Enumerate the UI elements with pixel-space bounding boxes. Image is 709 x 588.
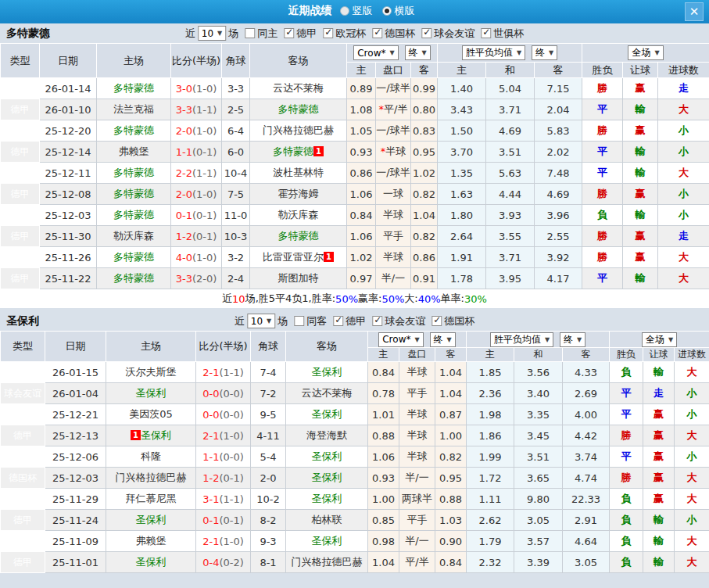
- horizontal-layout-radio[interactable]: [382, 6, 392, 16]
- league-checkbox[interactable]: [372, 316, 382, 326]
- team-name: 多特蒙德: [113, 124, 154, 136]
- away-team-cell: 圣保利: [286, 489, 368, 510]
- goals-result-cell: 大: [675, 531, 709, 552]
- avg-draw-cell: 3.51: [514, 446, 563, 468]
- chevron-down-icon: ▼: [422, 49, 427, 56]
- league-checkbox[interactable]: [323, 28, 333, 38]
- same-venue-checkbox[interactable]: [245, 28, 255, 38]
- league-label[interactable]: 德国杯: [385, 27, 415, 41]
- team-name: 沃尔夫斯堡: [126, 366, 177, 378]
- home-team-cell: 多特蒙德: [97, 205, 171, 226]
- team-name: 弗赖堡: [119, 145, 149, 157]
- corners-cell: 6-4: [222, 120, 250, 142]
- corners-cell: 10-3: [222, 226, 250, 247]
- league-label[interactable]: 球会友谊: [434, 27, 474, 41]
- avg-home-cell: 1.50: [438, 120, 486, 142]
- crow-away-odds-cell: 0.82: [435, 446, 467, 468]
- goals-result-cell: 大: [675, 489, 709, 510]
- period-select[interactable]: 全场▼: [628, 45, 663, 60]
- league-label[interactable]: 欧冠杯: [335, 27, 366, 41]
- home-team-cell: 多特蒙德: [97, 78, 171, 99]
- avg-draw-cell: 5.04: [486, 78, 535, 99]
- match-row: 欧冠杯25-11-26多特蒙德4-0(1-0)3-2比雷亚雷亚尔11.02半球0…: [1, 247, 709, 268]
- result-group-header: 全场▼: [610, 332, 709, 348]
- league-label[interactable]: 德国杯: [444, 314, 474, 328]
- league-checkbox[interactable]: [372, 28, 382, 38]
- date-cell: 25-12-11: [40, 163, 97, 184]
- match-count-select[interactable]: 10▼: [247, 314, 275, 328]
- crow-home-odds-cell: 1.00: [368, 489, 399, 510]
- col-away: 客场: [286, 332, 368, 362]
- date-cell: 25-11-24: [45, 510, 106, 531]
- date-cell: 25-11-30: [40, 226, 97, 247]
- avg-draw-cell: 3.65: [514, 468, 563, 489]
- corners-cell: 4-11: [251, 425, 286, 446]
- goals-result-cell: 大: [675, 552, 709, 573]
- crow-home-odds-cell: 1.05: [347, 120, 376, 142]
- odds-stage-select[interactable]: 终▼: [430, 332, 456, 347]
- home-team-cell: 多特蒙德: [97, 163, 171, 184]
- close-button[interactable]: ✕: [685, 2, 704, 21]
- league-checkbox[interactable]: [431, 316, 442, 326]
- wdl-result-cell: 負: [610, 510, 643, 531]
- col-avg-home: 主: [438, 63, 486, 78]
- league-label[interactable]: 球会友谊: [385, 314, 425, 328]
- horizontal-layout-label[interactable]: 横版: [395, 4, 415, 18]
- league-checkbox[interactable]: [284, 28, 294, 38]
- chevron-down-icon: ▼: [668, 336, 673, 343]
- league-checkbox[interactable]: [333, 316, 343, 326]
- league-label[interactable]: 德甲: [296, 27, 317, 41]
- avg-home-cell: 1.98: [467, 404, 514, 425]
- odds-stage-select[interactable]: 终▼: [405, 45, 431, 60]
- away-team-cell: 比雷亚雷亚尔1: [250, 247, 347, 268]
- league-checkbox[interactable]: [481, 28, 491, 38]
- period-select[interactable]: 全场▼: [642, 332, 677, 347]
- competition-type-cell: 欧冠杯: [1, 163, 40, 184]
- vertical-layout-radio[interactable]: [340, 6, 349, 16]
- section-head-stpauli: 圣保利 近10▼场同客德甲球会友谊德国杯: [0, 311, 709, 331]
- score-cell: 0-0(0-0): [196, 404, 251, 425]
- avg-away-cell: 4.64: [563, 531, 610, 552]
- avg-away-cell: 3.92: [535, 247, 582, 268]
- same-venue-label[interactable]: 同主: [257, 27, 278, 41]
- away-team-cell: 圣保利: [286, 362, 368, 383]
- handicap-result-cell: 輸: [643, 362, 675, 383]
- team-name: 斯图加特: [278, 272, 319, 284]
- avg-away-cell: 22.33: [563, 489, 610, 510]
- league-checkbox[interactable]: [421, 28, 431, 38]
- match-count-select[interactable]: 10▼: [198, 26, 226, 41]
- avg-stage-select[interactable]: 终▼: [532, 45, 557, 60]
- away-team-cell: 门兴格拉德巴赫: [250, 120, 347, 142]
- avg-draw-cell: 3.45: [514, 425, 563, 446]
- handicap-cell: *半球: [376, 142, 411, 163]
- date-cell: 25-11-26: [40, 247, 97, 268]
- avg-odds-select[interactable]: 胜平负均值▼: [462, 45, 525, 60]
- vertical-layout-label[interactable]: 竖版: [353, 4, 373, 18]
- same-venue-checkbox[interactable]: [294, 316, 304, 326]
- avg-stage-select[interactable]: 终▼: [560, 332, 585, 347]
- avg-draw-cell: 5.63: [486, 163, 535, 184]
- avg-draw-cell: 4.44: [486, 184, 535, 205]
- handicap-cell: 半/一: [376, 268, 411, 289]
- handicap-result-cell: 赢: [623, 78, 658, 99]
- avg-home-cell: 1.63: [438, 184, 486, 205]
- league-label[interactable]: 德甲: [346, 314, 366, 328]
- crow-home-odds-cell: 0.86: [347, 163, 376, 184]
- league-label[interactable]: 世俱杯: [493, 27, 524, 41]
- match-row: 欧冠杯25-12-11多特蒙德2-2(1-1)10-4波杜基林特0.86一/球半…: [1, 163, 709, 184]
- competition-type-cell: 德甲: [1, 142, 40, 163]
- wdl-result-cell: 勝: [582, 247, 623, 268]
- match-row: 德甲26-01-15沃尔夫斯堡2-1(1-1)7-4圣保利0.84半球1.041…: [1, 362, 709, 383]
- date-cell: 25-12-03: [40, 205, 97, 226]
- crow-away-odds-cell: 0.83: [411, 120, 438, 142]
- bookmaker-select[interactable]: Crow*▼: [378, 332, 423, 347]
- avg-odds-select[interactable]: 胜平负均值▼: [490, 332, 553, 347]
- team-name: 云达不莱梅: [273, 82, 324, 94]
- same-venue-label[interactable]: 同客: [306, 314, 327, 328]
- bookmaker-select[interactable]: Crow*▼: [353, 45, 398, 60]
- team-name: 圣保利: [136, 556, 167, 568]
- crow-away-odds-cell: 0.86: [411, 247, 438, 268]
- col-away: 客场: [250, 44, 347, 78]
- avg-away-cell: 4.17: [535, 268, 582, 289]
- away-team-cell: 海登海默: [286, 425, 368, 446]
